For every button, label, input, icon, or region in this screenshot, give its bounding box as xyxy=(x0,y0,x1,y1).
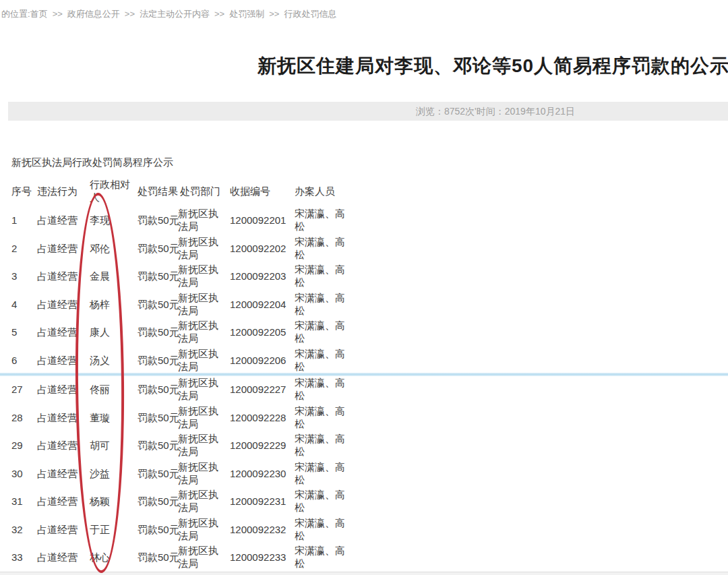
table-cell: 罚款50元 xyxy=(138,297,179,310)
table-cell: 罚款50元 xyxy=(138,411,179,423)
table-cell: 占道经营 xyxy=(37,522,84,535)
table-row: 2占道经营邓伦罚款50元新抚区执法局1200092202宋潇瀛、高松 xyxy=(0,234,391,262)
table-cell: 6 xyxy=(11,353,34,366)
table-cell: 新抚区执法局 xyxy=(178,291,222,317)
table-cell: 1200092202 xyxy=(230,241,294,254)
table-cell: 新抚区执法局 xyxy=(178,347,222,373)
table-cell: 占道经营 xyxy=(37,466,84,479)
breadcrumb-link-3[interactable]: 处罚强制 xyxy=(229,9,264,19)
header-cell: 序号 xyxy=(11,185,34,198)
breadcrumb-link-1[interactable]: 政府信息公开 xyxy=(67,9,120,19)
table-cell: 罚款50元 xyxy=(138,522,179,535)
breadcrumb-prefix: 的位置: xyxy=(1,9,30,19)
time-label: 时间： xyxy=(477,106,505,117)
bottom-edge-strip xyxy=(0,572,728,575)
table-row: 30占道经营沙益罚款50元新抚区执法局1200092230宋潇瀛、高松 xyxy=(0,459,391,487)
table-cell: 新抚区执法局 xyxy=(178,319,222,344)
table-cell: 新抚区执法局 xyxy=(178,544,222,570)
header-cell: 处罚部门 xyxy=(180,185,224,198)
table-cell: 宋潇瀛、高松 xyxy=(295,207,350,233)
table-cell: 4 xyxy=(11,297,34,310)
table-row: 1占道经营李现罚款50元新抚区执法局1200092201宋潇瀛、高松 xyxy=(0,206,391,234)
table-row: 29占道经营胡可罚款50元新抚区执法局1200092229宋潇瀛、高松 xyxy=(0,431,391,459)
table-cell: 新抚区执法局 xyxy=(178,432,222,458)
breadcrumb-separator: >> xyxy=(125,9,135,19)
header-cell: 违法行为 xyxy=(37,185,84,198)
table-cell: 新抚区执法局 xyxy=(178,376,222,402)
table-cell: 1200092231 xyxy=(230,495,294,508)
title-wrap: 新抚区住建局对李现、邓论等50人简易程序罚款的公示 xyxy=(0,53,728,79)
table-cell: 占道经营 xyxy=(37,551,84,564)
table-cell: 新抚区执法局 xyxy=(178,516,222,542)
table-cell: 2 xyxy=(11,241,34,254)
table-cell: 宋潇瀛、高松 xyxy=(295,516,350,542)
table-cell: 罚款50元 xyxy=(138,241,179,254)
table-cell: 1200092227 xyxy=(230,383,294,396)
table-cell: 占道经营 xyxy=(37,241,84,254)
table-cell: 1200092233 xyxy=(230,551,294,564)
table-cell: 罚款50元 xyxy=(138,439,179,452)
table-cell: 1200092206 xyxy=(230,353,294,366)
table-cell: 31 xyxy=(11,495,34,508)
table-row: 27占道经营佟丽罚款50元新抚区执法局1200092227宋潇瀛、高松 xyxy=(0,375,391,403)
breadcrumb-separator: >> xyxy=(214,9,224,19)
table-cell: 罚款50元 xyxy=(138,466,179,479)
meta-bar: 浏览：8752次'时间：2019年10月21日 xyxy=(8,102,728,121)
table-cell: 占道经营 xyxy=(37,495,84,508)
table-row: 28占道经营董璇罚款50元新抚区执法局1200092228宋潇瀛、高松 xyxy=(0,403,391,431)
table-cell: 30 xyxy=(11,466,34,479)
breadcrumb-link-4[interactable]: 行政处罚信息 xyxy=(284,9,336,19)
table-cell: 宋潇瀛、高松 xyxy=(295,488,350,514)
time-value: 2019年10月21日 xyxy=(505,106,575,117)
header-cell: 收据编号 xyxy=(230,185,294,198)
table-cell: 3 xyxy=(11,270,34,282)
table-cell: 1200092205 xyxy=(230,326,294,338)
table-cell: 1 xyxy=(11,214,34,226)
table-cell: 宋潇瀛、高松 xyxy=(295,347,350,373)
header-cell: 办案人员 xyxy=(295,185,350,198)
table-cell: 1200092229 xyxy=(230,439,294,452)
breadcrumb: 的位置:首页>>政府信息公开>>法定主动公开内容>>处罚强制>>行政处罚信息 xyxy=(1,8,336,20)
table-row: 32占道经营于正罚款50元新抚区执法局1200092232宋潇瀛、高松 xyxy=(0,515,391,543)
breadcrumb-link-2[interactable]: 法定主动公开内容 xyxy=(140,9,210,19)
breadcrumb-link-0[interactable]: 首页 xyxy=(30,9,48,19)
table-cell: 罚款50元 xyxy=(138,383,179,396)
table-cell: 罚款50元 xyxy=(138,495,179,508)
table-row: 6占道经营汤义罚款50元新抚区执法局1200092206宋潇瀛、高松 xyxy=(0,346,391,374)
table-cell: 罚款50元 xyxy=(138,551,179,564)
table-cell: 29 xyxy=(11,439,34,452)
table-subtitle: 新抚区执法局行政处罚简易程序公示 xyxy=(11,156,173,169)
views-label: 浏览： xyxy=(416,106,444,117)
table-cell: 宋潇瀛、高松 xyxy=(295,404,350,430)
table-cell: 宋潇瀛、高松 xyxy=(295,432,350,458)
header-cell: 处罚结果 xyxy=(138,185,179,198)
table-cell: 新抚区执法局 xyxy=(178,404,222,430)
table-row: 3占道经营金晨罚款50元新抚区执法局1200092203宋潇瀛、高松 xyxy=(0,262,391,290)
table-cell: 宋潇瀛、高松 xyxy=(295,460,350,486)
table-cell: 1200092204 xyxy=(230,297,294,310)
table-row: 33占道经营林心罚款50元新抚区执法局1200092233宋潇瀛、高松 xyxy=(0,543,391,571)
table-row: 5占道经营康人罚款50元新抚区执法局1200092205宋潇瀛、高松 xyxy=(0,317,391,346)
table-cell: 1200092203 xyxy=(230,270,294,282)
page-title: 新抚区住建局对李现、邓论等50人简易程序罚款的公示 xyxy=(257,53,728,79)
table-cell: 新抚区执法局 xyxy=(178,488,222,514)
table-cell: 27 xyxy=(11,383,34,396)
table-cell: 32 xyxy=(11,522,34,535)
table-cell: 宋潇瀛、高松 xyxy=(295,235,350,261)
breadcrumb-separator: >> xyxy=(269,9,279,19)
table-cell: 新抚区执法局 xyxy=(178,235,222,261)
table-cell: 新抚区执法局 xyxy=(178,263,222,289)
meta-text: 浏览：8752次'时间：2019年10月21日 xyxy=(8,102,728,121)
table-cell: 宋潇瀛、高松 xyxy=(295,376,350,402)
table-row: 31占道经营杨颖罚款50元新抚区执法局1200092231宋潇瀛、高松 xyxy=(0,487,391,515)
table-row: 4占道经营杨梓罚款50元新抚区执法局1200092204宋潇瀛、高松 xyxy=(0,290,391,318)
table-cell: 33 xyxy=(11,551,34,564)
table-cell: 1200092230 xyxy=(230,466,294,479)
table-cell: 罚款50元 xyxy=(138,214,179,226)
table-cell: 1200092201 xyxy=(230,214,294,226)
breadcrumb-separator: >> xyxy=(53,9,63,19)
page: 的位置:首页>>政府信息公开>>法定主动公开内容>>处罚强制>>行政处罚信息 新… xyxy=(0,0,728,575)
table-cell: 新抚区执法局 xyxy=(178,207,222,233)
table-cell: 28 xyxy=(11,411,34,423)
table-cell: 宋潇瀛、高松 xyxy=(295,544,350,570)
